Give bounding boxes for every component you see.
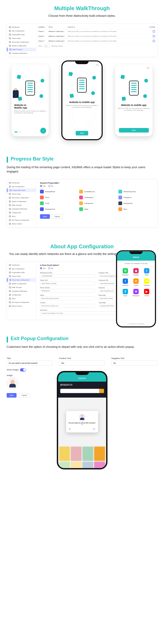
pager-show-label: Show bbox=[38, 45, 42, 47]
sidebar-item[interactable]: ProgressBar Style bbox=[7, 271, 36, 274]
loader-option[interactable]: DoubleBounce bbox=[79, 190, 114, 193]
skip-button[interactable]: Skip bbox=[147, 67, 150, 69]
social-item[interactable]: SSkype bbox=[121, 289, 130, 297]
sidebar-item[interactable]: Exit Popup Configuration bbox=[7, 218, 36, 222]
sidebar-item[interactable]: Theme Style bbox=[7, 36, 36, 40]
next-fab[interactable]: → bbox=[40, 128, 46, 134]
sidebar-item[interactable]: About App Configuration bbox=[7, 40, 36, 44]
sidebar-item[interactable]: Onesignal Notification bbox=[7, 51, 36, 55]
col-title: TITLE bbox=[49, 26, 68, 28]
loader-option[interactable]: Pulse bbox=[40, 196, 75, 199]
loader-option[interactable]: WanderingCubes bbox=[118, 190, 153, 193]
sidebar-item[interactable]: Theme Style bbox=[7, 274, 36, 278]
loader-option[interactable]: FoldingCube bbox=[118, 201, 153, 205]
loader-option[interactable]: ChasingDots bbox=[79, 196, 114, 199]
edit-icon[interactable] bbox=[153, 30, 155, 32]
sidebar-item[interactable]: Onesignal Notification bbox=[7, 289, 36, 293]
sidebar-icon bbox=[9, 45, 11, 47]
title-input[interactable] bbox=[7, 361, 53, 366]
social-item[interactable]: ✆WhatsApp bbox=[121, 268, 130, 276]
loader-option[interactable]: FadingCircle bbox=[79, 201, 114, 205]
skip-button[interactable]: Skip bbox=[96, 64, 99, 66]
social-item[interactable]: ❖Snapchat bbox=[142, 279, 151, 286]
phone-preview-1: Website to Mobile App With just an URL y… bbox=[11, 64, 49, 136]
sidebar-item[interactable]: Walk Through bbox=[7, 286, 36, 289]
save-button[interactable]: Save bbox=[40, 214, 50, 219]
sidebar-item[interactable]: Onesignal Notification bbox=[7, 207, 36, 211]
positive-field: Positive Text: bbox=[59, 357, 105, 366]
amazon-logo: amazon.in bbox=[58, 382, 106, 388]
social-item[interactable]: ◉Instagram bbox=[131, 268, 141, 276]
save-button[interactable]: Save bbox=[7, 393, 17, 398]
loader-option[interactable]: FadingFour bbox=[118, 196, 153, 199]
text-input[interactable]: https://twitter.com/login bbox=[40, 282, 95, 285]
loader-icon bbox=[79, 190, 83, 193]
radio-no[interactable]: No bbox=[48, 267, 53, 269]
sidebar-item[interactable]: Dashboard bbox=[7, 25, 36, 29]
sidebar-item[interactable]: Splash Configuration bbox=[7, 200, 36, 203]
sidebar-item[interactable]: ProgressBar Style bbox=[7, 33, 36, 36]
social-grid: ✆WhatsApp◉InstagramtTwitterfFacebook✆Con… bbox=[117, 267, 155, 298]
pager: Show 10 ⌄ Showing 3 results bbox=[38, 44, 155, 47]
sidebar-item[interactable]: Splash Configuration bbox=[7, 44, 36, 48]
social-item[interactable]: tTwitter bbox=[142, 268, 151, 276]
section-title: Exit Popup Configuration bbox=[11, 336, 69, 341]
sidebar-item[interactable]: Dashboard bbox=[7, 181, 36, 185]
sidebar-item[interactable]: About App Configuration bbox=[7, 196, 36, 200]
dialog-no-button[interactable]: No bbox=[69, 428, 71, 430]
loader-option[interactable]: Circle bbox=[40, 201, 75, 205]
field-label: Twitter URL bbox=[40, 279, 95, 281]
sidebar-item[interactable]: App Configuration bbox=[7, 29, 36, 33]
sidebar-icon bbox=[9, 38, 11, 39]
sidebar-item[interactable]: Configuration bbox=[7, 293, 36, 297]
radio-yes[interactable]: Yes bbox=[40, 267, 46, 269]
radio-yes[interactable]: Yes bbox=[40, 185, 46, 187]
sidebar-item[interactable]: Dashboard bbox=[7, 263, 36, 267]
sidebar-item[interactable]: Share Content bbox=[7, 222, 36, 226]
positive-input[interactable] bbox=[59, 361, 105, 366]
cancel-button[interactable]: Cancel bbox=[51, 214, 63, 219]
sidebar-item[interactable]: Exit Popup Configuration bbox=[7, 300, 36, 304]
sidebar-item[interactable]: ProgressBar Style bbox=[7, 188, 36, 192]
sidebar-item[interactable]: Splash Configuration bbox=[7, 282, 36, 286]
social-item[interactable]: ▶Youtube bbox=[142, 289, 151, 297]
text-input[interactable]: 9876543210 bbox=[40, 289, 95, 293]
sidebar-item[interactable]: Send bbox=[7, 214, 36, 218]
onboard-desc: With just an URL you can convert your we… bbox=[118, 108, 150, 112]
sidebar-item[interactable]: App Configuration bbox=[7, 267, 36, 271]
edit-icon[interactable] bbox=[153, 40, 155, 42]
section-subtitle: During the loading of the remaining page… bbox=[7, 165, 157, 174]
sidebar-item[interactable]: Theme Style bbox=[7, 192, 36, 196]
sidebar-item[interactable]: App Configuration bbox=[7, 185, 36, 188]
social-item[interactable]: ✉Messenger bbox=[131, 289, 141, 297]
sidebar-item[interactable]: Walk Through bbox=[7, 203, 36, 207]
edit-icon[interactable] bbox=[153, 35, 155, 37]
cancel-button[interactable]: Cancel bbox=[19, 393, 30, 398]
text-input[interactable]: https://www.youtube.com/ bbox=[40, 304, 95, 308]
loader-option[interactable]: Ring bbox=[118, 207, 153, 211]
sidebar-item[interactable]: About App Configuration bbox=[7, 278, 36, 282]
social-item[interactable]: ✆Contact bbox=[131, 279, 141, 286]
loader-option[interactable]: RotatingCircle bbox=[40, 207, 75, 211]
sidebar-item[interactable]: Send bbox=[7, 297, 36, 300]
loader-option[interactable]: RotatingPlane bbox=[40, 190, 75, 193]
sidebar-item[interactable]: Configuration bbox=[7, 211, 36, 214]
radio-no[interactable]: No bbox=[48, 185, 53, 187]
dialog-yes-button[interactable]: Yes bbox=[93, 428, 95, 430]
table-header: SCREEN TITLE SUBTITLE ACTION bbox=[38, 25, 155, 29]
text-input[interactable]: +910234567890 bbox=[40, 274, 95, 278]
page-size-select[interactable]: 10 ⌄ bbox=[44, 45, 50, 47]
sidebar-item[interactable]: Share Content bbox=[7, 304, 36, 308]
show-image-toggle[interactable] bbox=[20, 368, 26, 371]
next-button[interactable]: Next bbox=[119, 128, 149, 133]
avatar-preview[interactable] bbox=[7, 378, 18, 389]
sidebar-item[interactable]: Walk Through bbox=[7, 48, 36, 51]
social-icon: ▶ bbox=[144, 289, 149, 294]
sidebar-icon bbox=[9, 212, 11, 213]
negative-input[interactable] bbox=[111, 361, 157, 366]
text-input[interactable]: https://www.skype.com/en/ bbox=[40, 296, 95, 300]
loader-option[interactable]: Wave bbox=[79, 207, 114, 211]
social-item[interactable]: fFacebook bbox=[121, 279, 130, 286]
required-label: Required ProgressBar? bbox=[40, 182, 153, 184]
next-button[interactable]: Next bbox=[76, 131, 88, 135]
